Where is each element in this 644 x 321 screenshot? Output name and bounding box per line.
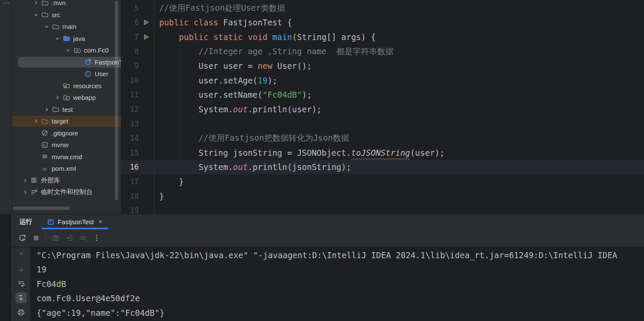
project-tree-panel[interactable]: .mvnsrcmainjavacom.Fc0CFastjsonTestCUser…	[12, 0, 121, 214]
run-line-icon[interactable]	[139, 34, 154, 40]
chevron-placeholder	[74, 71, 83, 77]
scroll-down-icon[interactable]	[15, 263, 27, 275]
tree-item-label: 外部库	[41, 176, 60, 185]
line-number: 16	[121, 163, 139, 171]
code-line-17[interactable]: 17 }	[121, 174, 644, 189]
tree-item-target[interactable]: target	[12, 115, 121, 127]
code-line-14[interactable]: 14 //使用Fastjson把数据转化为Json数据	[121, 131, 644, 145]
line-number: 7	[121, 33, 139, 41]
tree-item-label: mvnw	[52, 141, 68, 148]
tree-vertical-scrollbar[interactable]	[115, 1, 118, 201]
scroll-down-item	[12, 262, 30, 277]
code-line-16[interactable]: 16 System.out.println(jsonString);	[121, 160, 644, 175]
attach-icon[interactable]	[62, 232, 76, 244]
console-line[interactable]: Fc04dB	[37, 277, 644, 291]
chevron-right-icon[interactable]	[31, 118, 40, 125]
code-text: System.out.println(jsonString);	[154, 162, 351, 172]
code-token: User();	[272, 61, 312, 71]
console-line[interactable]: "C:\Program Files\Java\jdk-22\bin\java.e…	[37, 248, 644, 262]
tree-item-label: webapp	[73, 94, 96, 101]
chevron-down-icon[interactable]	[53, 35, 62, 42]
line-number: 13	[121, 120, 139, 128]
more-icon[interactable]	[90, 232, 104, 244]
tree-item-.mvn[interactable]: .mvn	[12, 0, 121, 9]
chevron-right-icon[interactable]	[21, 177, 29, 184]
stop-icon[interactable]	[29, 232, 43, 244]
run-tab-fastjsontest[interactable]: FastjsonTest ×	[41, 214, 108, 229]
thread-dump-icon[interactable]	[49, 232, 62, 244]
code-line-7[interactable]: 7 public static void main(String[] args)…	[121, 30, 644, 44]
more-tool-windows-icon[interactable]: ⋯	[0, 0, 12, 7]
rerun-icon[interactable]	[15, 232, 29, 244]
tree-item-mvnw[interactable]: mvnw	[12, 139, 121, 151]
close-tab-icon[interactable]: ×	[98, 218, 102, 225]
tool-window-stripe: ⋯	[0, 0, 12, 214]
console-output[interactable]: "C:\Program Files\Java\jdk-22\bin\java.e…	[30, 247, 644, 321]
code-line-11[interactable]: 11 user.setName("Fc04dB");	[121, 88, 644, 102]
code-token: 19	[258, 76, 268, 85]
tree-item-user[interactable]: CUser	[12, 68, 121, 80]
folder-icon	[40, 0, 49, 6]
console-line[interactable]: {"age":19,"name":"Fc04dB"}	[37, 306, 644, 320]
tree-item-main[interactable]: main	[12, 21, 121, 33]
run-line-icon[interactable]	[139, 19, 154, 25]
code-line-12[interactable]: 12 System.out.println(user);	[121, 102, 644, 117]
tree-item-pom.xml[interactable]: mpom.xml	[12, 163, 121, 175]
code-text: //使用Fastjson把数据转化为Json数据	[154, 133, 349, 144]
scroll-up-icon[interactable]	[15, 249, 27, 260]
soft-wrap-icon[interactable]	[15, 278, 27, 289]
tree-item-com.fc0[interactable]: com.Fc0	[12, 44, 121, 56]
code-line-6[interactable]: 6public class FastjsonTest {	[121, 15, 644, 30]
soft-wrap-item	[12, 276, 30, 291]
package-icon	[62, 94, 71, 101]
scroll-end-icon[interactable]	[15, 292, 27, 303]
chevron-right-icon[interactable]	[53, 94, 62, 101]
chevron-right-icon[interactable]	[21, 189, 29, 196]
code-editor[interactable]: 5//使用Fastjson处理User类数据6public class Fast…	[121, 0, 644, 214]
tree-item-临时文件和控制台[interactable]: 临时文件和控制台	[12, 186, 121, 198]
console-line[interactable]: com.Fc0.User@4e50df2e	[37, 291, 644, 306]
code-token: user.setName(	[159, 90, 262, 99]
tree-item-src[interactable]: src	[12, 9, 121, 21]
tree-item-resources[interactable]: resources	[12, 80, 121, 92]
tree-item-.gitignore[interactable]: .gitignore	[12, 127, 121, 139]
code-line-15[interactable]: 15 String jsonString = JSONObject.toJSON…	[121, 145, 644, 160]
tree-horizontal-scrollbar[interactable]	[13, 207, 70, 210]
tree-item-test[interactable]: test	[12, 104, 121, 116]
code-text: //Integer age ,String name 都是字符串数据	[154, 46, 394, 57]
tree-item-label: User	[95, 70, 108, 77]
code-token: toJSONString	[351, 148, 410, 157]
code-line-18[interactable]: 18}	[121, 189, 644, 204]
code-line-5[interactable]: 5//使用Fastjson处理User类数据	[121, 1, 644, 15]
console-gutter-toolbar	[12, 247, 30, 321]
chevron-right-icon[interactable]	[42, 106, 51, 113]
code-text: public static void main(String[] args) {	[154, 32, 376, 42]
chevron-placeholder	[74, 59, 83, 65]
code-line-13[interactable]: 13	[121, 117, 644, 131]
code-token: .println(user);	[248, 105, 322, 114]
console-line[interactable]: 19	[37, 262, 644, 277]
tree-item-java[interactable]: java	[12, 33, 121, 45]
folder-icon	[51, 23, 60, 30]
terminal-icon	[40, 141, 49, 148]
chevron-down-icon[interactable]	[31, 11, 40, 18]
chevron-placeholder	[53, 82, 62, 89]
code-lines: 5//使用Fastjson处理User类数据6public class Fast…	[121, 0, 644, 214]
code-token: }	[159, 191, 164, 201]
profiler-icon[interactable]	[76, 232, 90, 244]
chevron-down-icon[interactable]	[42, 23, 51, 30]
tree-item-webapp[interactable]: webapp	[12, 92, 121, 104]
tree-item-mvnw.cmd[interactable]: mvnw.cmd	[12, 151, 121, 163]
chevron-placeholder	[31, 153, 40, 160]
chevron-down-icon[interactable]	[64, 47, 72, 54]
tree-item-外部库[interactable]: 外部库	[12, 175, 121, 187]
code-line-10[interactable]: 10 user.setAge(19);	[121, 73, 644, 88]
print-icon[interactable]	[15, 307, 27, 318]
code-line-19[interactable]: 19	[121, 203, 644, 214]
tree-item-fastjsontest[interactable]: CFastjsonTest	[12, 56, 121, 68]
chevron-right-icon[interactable]	[31, 0, 40, 6]
chevron-placeholder	[31, 165, 40, 172]
code-line-8[interactable]: 8 //Integer age ,String name 都是字符串数据	[121, 44, 644, 59]
code-line-9[interactable]: 9 User user = new User();	[121, 59, 644, 73]
tree-item-label: test	[62, 106, 73, 113]
